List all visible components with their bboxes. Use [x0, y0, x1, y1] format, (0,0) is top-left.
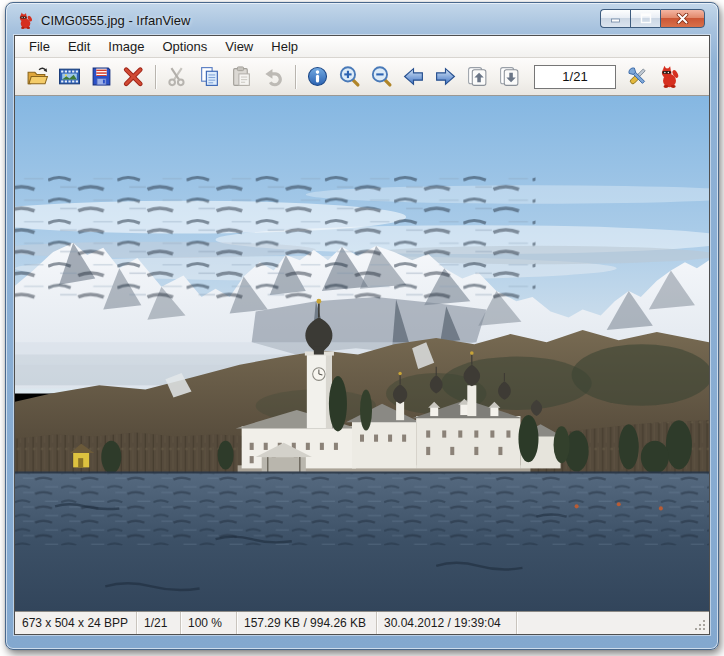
save-button[interactable]	[86, 62, 116, 92]
delete-button[interactable]	[118, 62, 148, 92]
arrow-left-icon	[402, 65, 425, 88]
minimize-button[interactable]	[600, 9, 630, 28]
save-floppy-icon	[90, 65, 113, 88]
menu-help[interactable]: Help	[262, 37, 307, 56]
app-icon-devil[interactable]	[17, 12, 34, 29]
irfanview-devil-icon	[658, 65, 681, 88]
toolbar-separator	[295, 65, 297, 89]
zoom-out-button[interactable]	[366, 62, 396, 92]
paste-button[interactable]	[226, 62, 256, 92]
image-info-button[interactable]	[302, 62, 332, 92]
open-button[interactable]	[22, 62, 52, 92]
status-zoom: 100 %	[181, 612, 237, 634]
maximize-icon	[640, 13, 652, 24]
undo-arrow-icon	[262, 65, 285, 88]
close-button[interactable]	[660, 9, 705, 28]
status-dimensions: 673 x 504 x 24 BPP	[15, 612, 137, 634]
status-page: 1/21	[137, 612, 181, 634]
last-page-button[interactable]	[494, 62, 524, 92]
status-datetime: 30.04.2012 / 19:39:04	[377, 612, 517, 634]
close-icon	[676, 13, 689, 24]
menu-options[interactable]: Options	[154, 37, 217, 56]
menu-image[interactable]: Image	[99, 37, 153, 56]
menu-view[interactable]: View	[216, 37, 262, 56]
photo-viewport[interactable]	[15, 96, 709, 612]
copy-button[interactable]	[194, 62, 224, 92]
properties-button[interactable]	[622, 62, 652, 92]
menu-file[interactable]: File	[20, 37, 59, 56]
copy-icon	[198, 65, 221, 88]
about-irfanview-button[interactable]	[654, 62, 684, 92]
status-file-size: 157.29 KB / 994.26 KB	[237, 612, 377, 634]
toolbar-separator	[155, 65, 157, 89]
menu-bar: File Edit Image Options View Help	[15, 36, 709, 58]
zoom-in-icon	[338, 65, 361, 88]
irfanview-window: CIMG0555.jpg - IrfanView	[5, 2, 719, 650]
photo-schloss-ort	[15, 96, 709, 611]
paste-clipboard-icon	[230, 65, 253, 88]
arrow-right-icon	[434, 65, 457, 88]
pages-up-icon	[466, 65, 489, 88]
titlebar[interactable]: CIMG0555.jpg - IrfanView	[6, 3, 718, 35]
next-image-button[interactable]	[430, 62, 460, 92]
zoom-in-button[interactable]	[334, 62, 364, 92]
maximize-button[interactable]	[630, 9, 660, 28]
window-title: CIMG0555.jpg - IrfanView	[41, 13, 190, 28]
page-counter-input[interactable]	[534, 65, 616, 89]
resize-grip[interactable]	[695, 620, 707, 632]
first-page-button[interactable]	[462, 62, 492, 92]
menu-edit[interactable]: Edit	[59, 37, 99, 56]
thumbnails-button[interactable]	[54, 62, 84, 92]
previous-image-button[interactable]	[398, 62, 428, 92]
pages-down-icon	[498, 65, 521, 88]
window-controls	[600, 9, 705, 28]
filmstrip-icon	[58, 65, 81, 88]
toolbar	[15, 58, 709, 96]
cut-scissors-icon	[166, 65, 189, 88]
desktop-stage: CIMG0555.jpg - IrfanView	[0, 0, 724, 656]
tools-wrench-icon	[626, 65, 649, 88]
undo-button[interactable]	[258, 62, 288, 92]
info-icon	[306, 65, 329, 88]
zoom-out-icon	[370, 65, 393, 88]
minimize-icon	[610, 13, 622, 24]
client-area: File Edit Image Options View Help	[14, 35, 710, 635]
status-bar: 673 x 504 x 24 BPP 1/21 100 % 157.29 KB …	[15, 612, 709, 634]
cut-button[interactable]	[162, 62, 192, 92]
open-folder-icon	[26, 65, 49, 88]
delete-x-icon	[122, 65, 145, 88]
